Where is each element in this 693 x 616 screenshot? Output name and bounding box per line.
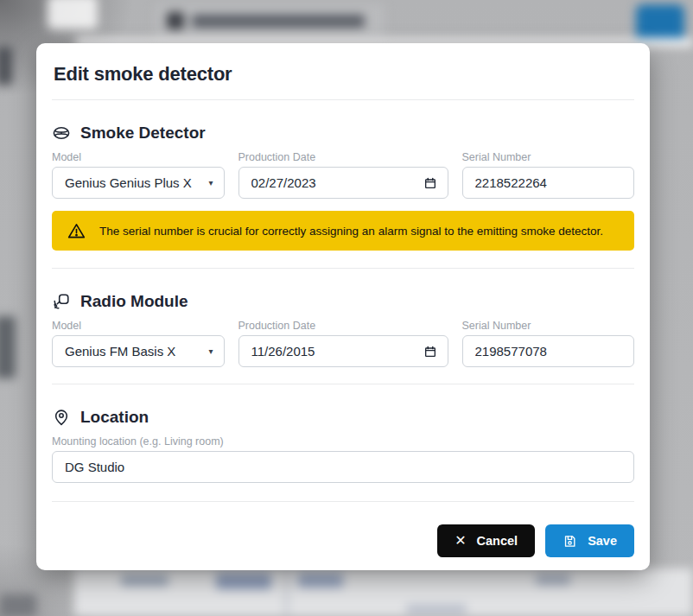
section-title: Smoke Detector <box>80 124 206 143</box>
field-rm-model: Model Genius FM Basis X ▾ <box>52 320 225 367</box>
cancel-button[interactable]: ✕ Cancel <box>437 524 535 557</box>
model-label: Model <box>52 151 225 163</box>
rm-production-date-value[interactable] <box>251 344 423 359</box>
rm-model-select[interactable]: Genius FM Basis X ▾ <box>52 335 225 367</box>
background-table-cell <box>121 575 168 586</box>
production-date-label: Production Date <box>238 151 448 163</box>
background-title-icon <box>167 12 184 29</box>
model-label: Model <box>52 320 225 332</box>
rm-model-selected-value: Genius FM Basis X <box>65 344 175 359</box>
calendar-icon[interactable] <box>423 345 437 359</box>
dialog-footer: ✕ Cancel Save <box>52 524 634 557</box>
section-location: Location Mounting location (e.g. Living … <box>52 384 634 501</box>
section-smoke-detector: Smoke Detector Model Genius Genius Plus … <box>52 100 634 251</box>
save-button-label: Save <box>588 534 617 548</box>
serial-warning-banner: The serial number is crucial for correct… <box>52 211 634 251</box>
mounting-location-input[interactable] <box>52 451 634 483</box>
background-table-line <box>285 570 288 616</box>
rm-serial-number-input[interactable] <box>462 335 635 367</box>
sd-production-date-input[interactable] <box>238 167 448 199</box>
warning-icon <box>67 221 86 241</box>
background-bottom-blob <box>0 594 36 616</box>
dialog-title: Edit smoke detector <box>52 43 634 99</box>
calendar-icon[interactable] <box>423 176 437 190</box>
background-left-blob <box>0 316 16 378</box>
section-radio-module: Radio Module Model Genius FM Basis X ▾ P… <box>52 269 634 384</box>
location-pin-icon <box>52 408 71 427</box>
field-sd-model: Model Genius Genius Plus X ▾ <box>52 151 225 199</box>
location-heading: Location <box>52 408 634 427</box>
smoke-detector-icon <box>52 124 71 143</box>
field-sd-serial: Serial Number <box>462 151 635 199</box>
rm-production-date-input[interactable] <box>238 335 448 367</box>
edit-smoke-detector-dialog: Edit smoke detector Smoke Detector Model… <box>36 43 650 570</box>
background-table-cell <box>536 575 570 585</box>
background-left-blob <box>0 47 12 85</box>
chevron-down-icon: ▾ <box>208 346 213 356</box>
divider <box>52 501 634 502</box>
serial-number-label: Serial Number <box>462 320 635 332</box>
background-table-cell <box>298 574 343 587</box>
production-date-label: Production Date <box>238 320 448 332</box>
field-rm-date: Production Date <box>238 320 448 367</box>
sd-serial-number-input[interactable] <box>462 167 635 199</box>
mounting-location-label: Mounting location (e.g. Living room) <box>52 435 634 448</box>
sd-production-date-value[interactable] <box>251 175 423 190</box>
close-icon: ✕ <box>455 534 466 548</box>
sd-model-selected-value: Genius Genius Plus X <box>65 175 192 190</box>
save-button[interactable]: Save <box>545 524 634 557</box>
smoke-detector-heading: Smoke Detector <box>52 124 634 143</box>
field-sd-date: Production Date <box>238 151 448 199</box>
background-table-cell <box>216 574 271 589</box>
serial-number-label: Serial Number <box>462 151 635 163</box>
field-rm-serial: Serial Number <box>462 320 635 367</box>
radio-module-icon <box>52 292 71 311</box>
radio-module-heading: Radio Module <box>52 292 634 311</box>
chevron-down-icon: ▾ <box>208 178 213 187</box>
section-title: Radio Module <box>80 292 188 311</box>
cancel-button-label: Cancel <box>477 534 518 548</box>
background-card <box>48 0 98 29</box>
background-title-text <box>192 15 365 28</box>
section-title: Location <box>80 408 149 427</box>
save-icon <box>563 534 577 549</box>
warning-text: The serial number is crucial for correct… <box>99 225 603 238</box>
background-table-cell <box>406 605 467 613</box>
sd-model-select[interactable]: Genius Genius Plus X ▾ <box>52 167 225 199</box>
